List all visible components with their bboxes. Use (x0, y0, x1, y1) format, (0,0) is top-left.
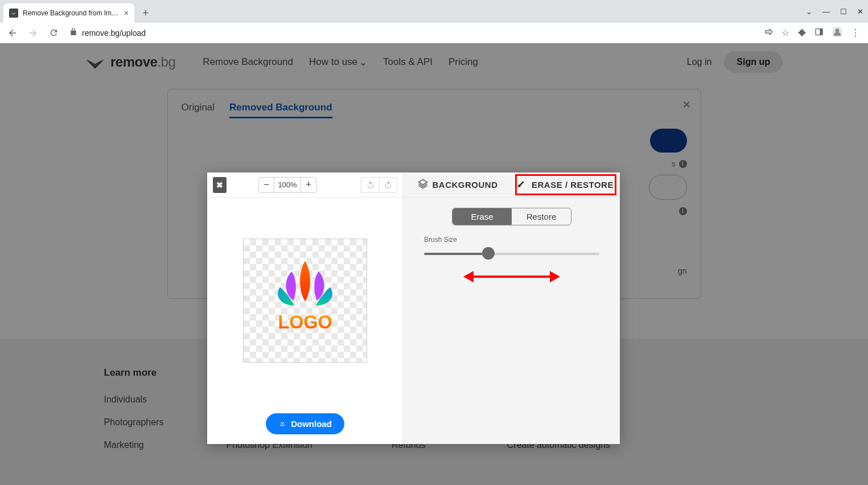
editor-download-button[interactable]: Download (266, 413, 344, 434)
brush-size-label: Brush Size (424, 236, 604, 244)
tab-erase-restore[interactable]: ERASE / RESTORE (512, 172, 620, 197)
option-erase[interactable]: Erase (452, 208, 512, 225)
undo-button[interactable] (361, 177, 379, 193)
sidepanel-icon[interactable] (814, 27, 824, 39)
logo-word: LOGO (278, 312, 332, 332)
zoom-control: − 100% + (258, 177, 316, 193)
brush-size-slider[interactable] (424, 247, 599, 261)
window-controls: ⌄ — ☐ ✕ (806, 0, 863, 23)
tab-background[interactable]: BACKGROUND (404, 172, 512, 197)
url-text: remove.bg/upload (82, 28, 146, 38)
editor-toolbar: ✖ − 100% + (207, 172, 403, 198)
layers-icon (418, 179, 428, 191)
chevron-down-icon[interactable]: ⌄ (806, 7, 812, 16)
annotation-arrow (463, 271, 560, 282)
editor-modal: ✖ − 100% + (207, 172, 620, 444)
address-bar: remove.bg/upload ☆ ⋮ (0, 23, 868, 43)
zoom-in-button[interactable]: + (301, 177, 316, 193)
svg-rect-1 (820, 28, 822, 35)
svg-point-3 (836, 28, 840, 32)
browser-tab[interactable]: Remove Background from Image × (3, 3, 134, 23)
back-button[interactable] (5, 25, 20, 41)
download-icon (278, 419, 286, 429)
profile-avatar-icon[interactable] (832, 26, 843, 40)
close-window-icon[interactable]: ✕ (857, 7, 863, 16)
kebab-menu-icon[interactable]: ⋮ (851, 27, 860, 38)
tab-close-icon[interactable]: × (124, 9, 129, 18)
zoom-out-button[interactable]: − (258, 177, 274, 193)
new-tab-button[interactable]: + (138, 5, 154, 21)
erase-restore-toggle: Erase Restore (452, 208, 571, 225)
option-restore[interactable]: Restore (512, 208, 571, 225)
forward-button[interactable] (25, 25, 41, 41)
lock-icon (69, 28, 77, 38)
reload-button[interactable] (46, 25, 61, 41)
editor-close-button[interactable]: ✖ (213, 177, 227, 193)
browser-tab-strip: Remove Background from Image × + ⌄ — ☐ ✕ (0, 0, 868, 23)
tab-title: Remove Background from Image (23, 9, 120, 17)
share-icon[interactable] (764, 27, 774, 39)
zoom-value[interactable]: 100% (274, 177, 301, 193)
slider-thumb[interactable] (482, 247, 495, 260)
bookmark-star-icon[interactable]: ☆ (781, 27, 789, 38)
minimize-icon[interactable]: — (822, 7, 830, 16)
image-preview: LOGO (243, 239, 367, 363)
extensions-icon[interactable] (797, 27, 807, 39)
redo-button[interactable] (379, 177, 397, 193)
canvas-area[interactable]: LOGO (207, 198, 403, 403)
undo-redo-group (361, 177, 397, 193)
maximize-icon[interactable]: ☐ (840, 7, 847, 16)
brush-icon (518, 179, 527, 190)
favicon-icon (9, 9, 18, 18)
url-field[interactable]: remove.bg/upload (66, 28, 760, 38)
